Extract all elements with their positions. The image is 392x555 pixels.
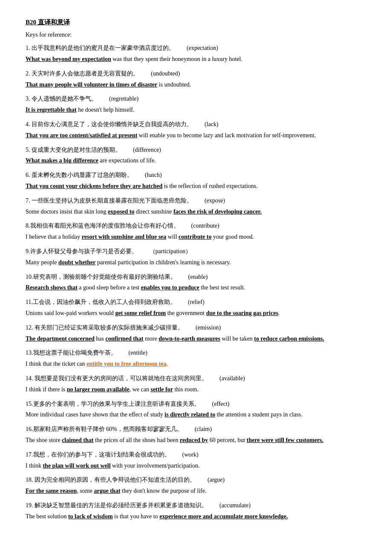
item-6: 6. 蛋未孵化先数小鸡显露了过急的期盼。 (hatch)That you cou… [26, 170, 366, 191]
english-line-2: That many people will volunteer in times… [26, 80, 366, 90]
chinese-line-3: 3. 令人遗憾的是她不争气。 (regrettable) [26, 94, 366, 104]
chinese-line-2: 2. 天灾时许多人会做志愿者是无容置疑的。 (undoubted) [26, 69, 366, 79]
subtitle: Keys for reference: [26, 30, 366, 40]
chinese-line-11: 11.工会说，因油价飙升，低收入的工人会得到政府救助。 (relief) [26, 297, 366, 307]
chinese-line-14: 14. 我想要是我们没有更大的房间的话，可以将就地住在这间房间里。 (avail… [26, 373, 366, 384]
english-line-3: It is regrettable that he doesn't help h… [26, 105, 366, 115]
chinese-line-6: 6. 蛋未孵化先数小鸡显露了过急的期盼。 (hatch) [26, 170, 366, 180]
english-line-5: What makes a big difference are expectat… [26, 156, 366, 166]
english-line-17: I think the plan will work out well with… [26, 461, 366, 471]
page-title: B20 直译和意译 [26, 17, 366, 28]
english-line-1: What was beyond my expectation was that … [26, 54, 366, 64]
item-2: 2. 天灾时许多人会做志愿者是无容置疑的。 (undoubted)That ma… [26, 69, 366, 90]
english-line-15: More individual cases have shown that th… [26, 410, 366, 420]
item-17: 17.我想，在你们的参与下，这项计划结果会很成功的。 (work) I thin… [26, 450, 366, 471]
chinese-line-17: 17.我想，在你们的参与下，这项计划结果会很成功的。 (work) [26, 450, 366, 460]
item-8: 8.我相信有着阳光和蓝色海洋的度假胜地会让你有好心情。 (contribute)… [26, 221, 366, 242]
item-11: 11.工会说，因油价飙升，低收入的工人会得到政府救助。 (relief)Unio… [26, 297, 366, 318]
item-7: 7. 一些医生坚持认为皮肤长期直接暴露在阳光下面临患癌危险。 (expose)S… [26, 196, 366, 217]
chinese-line-9: 9.许多人怀疑父母参与孩子学习是否必要。 （participation） [26, 246, 366, 257]
item-14: 14. 我想要是我们没有更大的房间的话，可以将就地住在这间房间里。 (avail… [26, 373, 366, 395]
item-5: 5. 促成重大变化的是对生活的预期。 (difference)What make… [26, 145, 366, 166]
english-line-9: Many people doubt whether parental parti… [26, 257, 366, 268]
chinese-line-4: 4. 目前你太心满意足了，这会使你懒惰并缺乏自我提高的动力。 (lack) [26, 119, 366, 130]
english-line-19: The best solution to lack of wisdom is t… [26, 512, 366, 522]
chinese-line-8: 8.我相信有着阳光和蓝色海洋的度假胜地会让你有好心情。 (contribute) [26, 221, 366, 231]
english-line-8: I believe that a holiday resort with sun… [26, 232, 366, 242]
chinese-line-18: 18. 因为完全相同的原因，有些人争辩说他们不知道生活的目的。 (argue) [26, 475, 366, 485]
chinese-line-19: 19. 解决缺乏智慧最佳的方法是你必须经历更多并积累更多道德知识。 (accum… [26, 500, 366, 511]
chinese-line-7: 7. 一些医生坚持认为皮肤长期直接暴露在阳光下面临患癌危险。 (expose) [26, 196, 366, 206]
english-line-12: The department concerned has confirmed t… [26, 334, 366, 344]
items-container: 1. 出乎我意料的是他们的蜜月是在一家豪华酒店度过的。 (expectation… [26, 43, 366, 521]
item-4: 4. 目前你太心满意足了，这会使你懒惰并缺乏自我提高的动力。 (lack)Tha… [26, 119, 366, 141]
chinese-line-12: 12. 有关部门已经证实将采取较多的实际措施来减少碳排量。 (emission) [26, 323, 366, 333]
english-line-4: That you are too content/satisfied at pr… [26, 130, 366, 141]
english-line-16: The shoe store claimed that the prices o… [26, 435, 366, 445]
english-line-10: Research shows that a good sleep before … [26, 283, 366, 293]
english-line-11: Unions said low-paid workers would get s… [26, 308, 366, 318]
chinese-line-15: 15.更多的个案表明，学习的效果与学生上课注意听讲有直接关系。 (effect) [26, 399, 366, 409]
chinese-line-16: 16.那家鞋店声称所有鞋子降价 60%，然而顾客却寥寥无几。 (claim) [26, 424, 366, 434]
chinese-line-10: 10.研究表明，测验前睡个好觉能使你有最好的测验结果。 (enable) [26, 272, 366, 282]
english-line-18: For the same reason, some argue that the… [26, 486, 366, 496]
item-13: 13.我想这票子能让你喝免费午茶。 (entitle) I think that… [26, 348, 366, 369]
item-1: 1. 出乎我意料的是他们的蜜月是在一家豪华酒店度过的。 (expectation… [26, 43, 366, 64]
item-3: 3. 令人遗憾的是她不争气。 (regrettable)It is regret… [26, 94, 366, 115]
item-12: 12. 有关部门已经证实将采取较多的实际措施来减少碳排量。 (emission)… [26, 323, 366, 344]
item-18: 18. 因为完全相同的原因，有些人争辩说他们不知道生活的目的。 (argue)F… [26, 475, 366, 496]
item-19: 19. 解决缺乏智慧最佳的方法是你必须经历更多并积累更多道德知识。 (accum… [26, 500, 366, 522]
chinese-line-5: 5. 促成重大变化的是对生活的预期。 (difference) [26, 145, 366, 155]
english-line-7: Some doctors insist that skin long expos… [26, 207, 366, 217]
item-10: 10.研究表明，测验前睡个好觉能使你有最好的测验结果。 (enable) Res… [26, 272, 366, 293]
item-9: 9.许多人怀疑父母参与孩子学习是否必要。 （participation） Man… [26, 246, 366, 268]
english-line-6: That you count your chickens before they… [26, 181, 366, 191]
item-16: 16.那家鞋店声称所有鞋子降价 60%，然而顾客却寥寥无几。 (claim) T… [26, 424, 366, 445]
chinese-line-1: 1. 出乎我意料的是他们的蜜月是在一家豪华酒店度过的。 (expectation… [26, 43, 366, 53]
english-line-14: I think if there is no larger room avail… [26, 384, 366, 395]
chinese-line-13: 13.我想这票子能让你喝免费午茶。 (entitle) [26, 348, 366, 358]
english-line-13: I think that the ticket can entitle you … [26, 359, 366, 369]
item-15: 15.更多的个案表明，学习的效果与学生上课注意听讲有直接关系。 (effect)… [26, 399, 366, 420]
